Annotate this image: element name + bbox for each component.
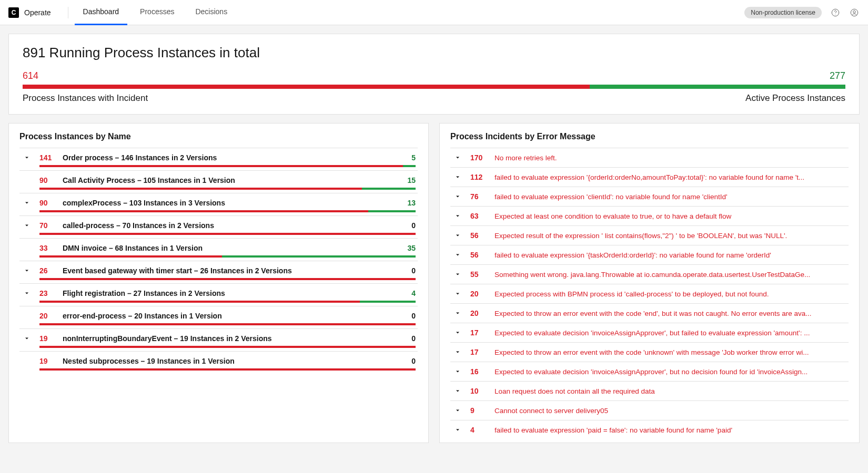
- expand-toggle[interactable]: [22, 268, 32, 274]
- row-active-count: 4: [400, 289, 416, 297]
- incident-row[interactable]: 56Expected result of the expression ' li…: [450, 225, 849, 245]
- expand-toggle[interactable]: [452, 330, 463, 336]
- incident-message: Expected to evaluate decision 'invoiceAs…: [494, 368, 846, 376]
- row-incident-count: 20: [39, 312, 55, 320]
- expand-toggle[interactable]: [452, 252, 463, 258]
- process-row[interactable]: 90Call Activity Process – 105 Instances …: [19, 170, 418, 193]
- expand-toggle[interactable]: [452, 368, 463, 375]
- incident-message: Expected process with BPMN process id 'c…: [494, 290, 846, 298]
- overview-bar-incidents: [23, 85, 590, 89]
- panel-title: Process Instances by Name: [19, 132, 418, 141]
- expand-toggle[interactable]: [22, 200, 32, 206]
- brand-logo: C: [8, 7, 19, 18]
- incident-label: Process Instances with Incident: [23, 93, 148, 104]
- process-row[interactable]: 19Nested subprocesses – 19 Instances in …: [19, 351, 418, 374]
- row-active-count: 13: [400, 199, 416, 207]
- divider: [68, 7, 68, 18]
- nav-tab-processes[interactable]: Processes: [132, 0, 183, 25]
- incident-row[interactable]: 56failed to evaluate expression '{taskOr…: [450, 245, 849, 264]
- expand-toggle[interactable]: [22, 222, 32, 229]
- expand-toggle[interactable]: [452, 388, 463, 394]
- row-process-label: complexProcess – 103 Instances in 3 Vers…: [63, 199, 392, 207]
- incident-count: 56: [470, 251, 487, 259]
- expand-toggle[interactable]: [452, 407, 463, 414]
- process-row[interactable]: 23Flight registration – 27 Instances in …: [19, 283, 418, 306]
- row-bar: [39, 233, 416, 235]
- expand-toggle[interactable]: [452, 193, 463, 200]
- process-row[interactable]: 90complexProcess – 103 Instances in 3 Ve…: [19, 193, 418, 215]
- row-process-label: Flight registration – 27 Instances in 2 …: [63, 289, 392, 297]
- incident-message: Expected to throw an error event with th…: [494, 348, 846, 356]
- row-process-label: DMN invoice – 68 Instances in 1 Version: [63, 244, 392, 252]
- row-active-count: 15: [400, 176, 416, 184]
- row-incident-count: 26: [39, 266, 55, 275]
- process-row[interactable]: 26Event based gateway with timer start –…: [19, 261, 418, 283]
- incident-row[interactable]: 16Expected to evaluate decision 'invoice…: [450, 362, 849, 381]
- expand-toggle[interactable]: [452, 271, 463, 277]
- nav-tab-decisions[interactable]: Decisions: [187, 0, 236, 25]
- incident-count: 170: [470, 153, 487, 162]
- expand-toggle[interactable]: [452, 310, 463, 316]
- row-process-label: called-process – 70 Instances in 2 Versi…: [63, 221, 392, 230]
- nav-tab-dashboard[interactable]: Dashboard: [75, 0, 128, 25]
- expand-toggle[interactable]: [452, 349, 463, 355]
- incident-row[interactable]: 4failed to evaluate expression 'paid = f…: [450, 420, 849, 439]
- row-active-count: 0: [400, 334, 416, 343]
- page-title: 891 Running Process Instances in total: [23, 45, 845, 61]
- main-nav: DashboardProcessesDecisions: [75, 0, 236, 25]
- incident-message: Cannot connect to server delivery05: [494, 407, 846, 415]
- incident-row[interactable]: 76failed to evaluate expression 'clientI…: [450, 187, 849, 206]
- help-icon[interactable]: [830, 7, 841, 18]
- incident-row[interactable]: 17Expected to evaluate decision 'invoice…: [450, 323, 849, 342]
- overview-bar-active: [590, 85, 845, 89]
- incident-row[interactable]: 170No more retries left.: [450, 148, 849, 167]
- incident-count: 55: [470, 270, 487, 279]
- incident-row[interactable]: 63Expected at least one condition to eva…: [450, 206, 849, 225]
- license-pill[interactable]: Non-production license: [744, 7, 822, 18]
- incident-count: 10: [470, 387, 487, 395]
- incident-row[interactable]: 10Loan request does not contain all the …: [450, 381, 849, 400]
- incident-row[interactable]: 20Expected to throw an error event with …: [450, 303, 849, 323]
- expand-toggle[interactable]: [22, 155, 32, 161]
- expand-toggle[interactable]: [452, 174, 463, 180]
- process-row[interactable]: 141Order process – 146 Instances in 2 Ve…: [19, 148, 418, 170]
- brand: C Operate: [8, 7, 62, 18]
- process-row[interactable]: 70called-process – 70 Instances in 2 Ver…: [19, 215, 418, 238]
- row-active-count: 0: [400, 312, 416, 320]
- incident-count: 17: [470, 348, 487, 356]
- incident-row[interactable]: 112failed to evaluate expression '{order…: [450, 167, 849, 187]
- incident-row[interactable]: 17Expected to throw an error event with …: [450, 342, 849, 362]
- process-row[interactable]: 20error-end-process – 20 Instances in 1 …: [19, 306, 418, 328]
- expand-toggle[interactable]: [452, 291, 463, 297]
- row-process-label: Order process – 146 Instances in 2 Versi…: [63, 153, 392, 162]
- row-bar: [39, 301, 416, 303]
- expand-toggle[interactable]: [452, 155, 463, 161]
- row-active-count: 0: [400, 221, 416, 230]
- expand-toggle[interactable]: [22, 290, 32, 296]
- expand-toggle[interactable]: [452, 213, 463, 219]
- row-active-count: 0: [400, 266, 416, 275]
- brand-name: Operate: [24, 8, 51, 17]
- row-incident-count: 70: [39, 221, 55, 230]
- user-icon[interactable]: [849, 7, 860, 18]
- incident-count: 112: [470, 173, 487, 181]
- overview-bar: [23, 85, 845, 89]
- row-bar: [39, 278, 416, 280]
- expand-toggle[interactable]: [452, 427, 463, 433]
- incident-row[interactable]: 20Expected process with BPMN process id …: [450, 284, 849, 303]
- incident-row[interactable]: 9Cannot connect to server delivery05: [450, 400, 849, 420]
- row-process-label: Call Activity Process – 105 Instances in…: [63, 176, 392, 184]
- expand-toggle[interactable]: [22, 335, 32, 342]
- incident-message: Something went wrong. java.lang.Throwabl…: [494, 271, 846, 279]
- incident-count: 76: [470, 192, 487, 201]
- row-incident-count: 90: [39, 176, 55, 184]
- expand-toggle[interactable]: [452, 232, 463, 239]
- row-incident-count: 19: [39, 357, 55, 365]
- process-row[interactable]: 33DMN invoice – 68 Instances in 1 Versio…: [19, 238, 418, 261]
- incidents-by-error-panel: Process Incidents by Error Message 170No…: [439, 123, 860, 443]
- incident-row[interactable]: 55Something went wrong. java.lang.Throwa…: [450, 264, 849, 284]
- row-bar: [39, 188, 416, 190]
- incident-count: 63: [470, 212, 487, 220]
- row-incident-count: 90: [39, 199, 55, 207]
- process-row[interactable]: 19nonInterruptingBoundaryEvent – 19 Inst…: [19, 328, 418, 351]
